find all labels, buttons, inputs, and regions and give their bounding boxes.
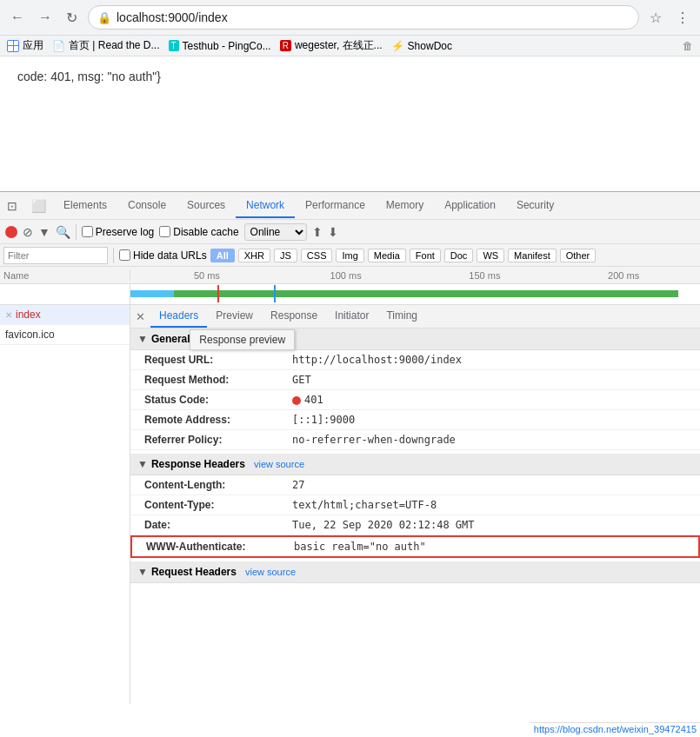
disable-cache-label: Disable cache [173,226,238,238]
inspect-element-button[interactable]: ⊡ [0,196,24,216]
request-url-val: http://localhost:9000/index [292,354,462,366]
content-length-key: Content-Length: [144,479,292,491]
content-length-val: 27 [292,479,304,491]
bookmark-showdoc-label: ShowDoc [408,40,452,52]
detail-tab-headers[interactable]: Headers [150,305,207,328]
filter-icon: ▼ [38,225,50,239]
remote-address-row: Remote Address: [::1]:9000 [130,410,700,430]
tab-performance[interactable]: Performance [295,194,376,218]
waterfall-bar-blue-short [130,290,174,297]
file-item-favicon[interactable]: favicon.ico [0,325,130,345]
disable-cache-input[interactable] [159,226,170,237]
tab-sources[interactable]: Sources [177,194,236,218]
file-item-index[interactable]: ✕ index [0,305,130,325]
filter-input[interactable] [3,247,108,264]
date-key: Date: [144,519,292,531]
detail-tab-preview[interactable]: Preview [207,305,262,328]
timeline-mark-50ms: 50 ms [137,270,277,281]
tab-security[interactable]: Security [506,194,564,218]
bookmark-apps-label: 应用 [23,38,43,53]
search-icon[interactable]: 🔍 [56,225,70,239]
bookmark-wegester[interactable]: R wegester, 在线正... [280,38,383,53]
request-headers-section-title: Request Headers [151,566,237,578]
browser-toolbar: ← → ↻ 🔒 localhost:9000/index ☆ ⋮ [0,0,700,36]
menu-button[interactable]: ⋮ [672,8,693,28]
filter-xhr-button[interactable]: XHR [238,249,270,262]
bookmark-testhub-icon: T [169,40,179,51]
www-authenticate-row: WWW-Authenticate: basic realm="no auth" [130,535,700,558]
name-column-header: Name [0,270,130,281]
request-url-key: Request URL: [144,354,292,366]
filter-css-button[interactable]: CSS [301,249,333,262]
forward-button[interactable]: → [35,8,56,27]
preserve-log-label: Preserve log [96,226,154,238]
filter-doc-button[interactable]: Doc [444,249,474,262]
detail-tab-response[interactable]: Response [262,305,326,328]
device-toolbar-button[interactable]: ⬜ [24,196,53,216]
preserve-log-checkbox[interactable]: Preserve log [82,226,154,238]
hide-data-urls-checkbox[interactable]: Hide data URLs [119,249,207,262]
disable-cache-checkbox[interactable]: Disable cache [159,226,238,238]
timeline-chart [130,284,700,304]
record-button[interactable] [5,226,17,238]
filter-ws-button[interactable]: WS [477,249,504,262]
clear-button[interactable]: ⊘ [23,225,33,239]
response-headers-arrow-icon: ▼ [137,458,148,470]
filter-img-button[interactable]: Img [336,249,363,262]
bookmark-apps[interactable]: 应用 [7,38,43,53]
lock-icon: 🔒 [97,11,111,24]
detail-tabs-bar: ✕ Headers Preview Response preview Respo… [130,305,700,329]
timeline-mark-150ms: 150 ms [416,270,555,281]
filter-other-button[interactable]: Other [560,249,597,262]
hide-data-urls-input[interactable] [119,249,130,261]
content-type-row: Content-Type: text/html;charset=UTF-8 [130,495,700,515]
response-headers-view-source-link[interactable]: view source [254,459,304,469]
devtools-main-area: ✕ index favicon.ico ✕ Headers Preview Re… [0,305,700,704]
bookmark-testhub-label: Testhub - PingCo... [183,40,271,52]
tab-application[interactable]: Application [434,194,506,218]
tab-network[interactable]: Network [236,194,295,218]
bookmark-star-button[interactable]: ☆ [646,8,665,28]
address-bar[interactable]: 🔒 localhost:9000/index [88,5,639,30]
devtools-controls-bar: ⊘ ▼ 🔍 Preserve log Disable cache Online … [0,220,700,244]
detail-tab-timing[interactable]: Timing [377,305,426,328]
back-button[interactable]: ← [7,8,28,27]
reload-button[interactable]: ↻ [63,8,81,28]
file-name-index: index [16,309,41,321]
www-authenticate-key: WWW-Authenticate: [146,541,294,553]
trash-icon: 🗑 [683,40,693,52]
filter-all-button[interactable]: All [210,249,235,262]
export-har-button[interactable]: ⬇ [328,225,338,239]
filter-media-button[interactable]: Media [368,249,406,262]
filter-manifest-button[interactable]: Manifest [508,249,557,262]
throttle-select[interactable]: Online Fast 3G Slow 3G [244,223,307,241]
close-file-icon[interactable]: ✕ [5,310,12,320]
tab-memory[interactable]: Memory [376,194,434,218]
close-detail-button[interactable]: ✕ [136,310,145,323]
filter-js-button[interactable]: JS [274,249,297,262]
request-headers-view-source-link[interactable]: view source [245,567,296,577]
tab-elements[interactable]: Elements [53,194,117,218]
request-headers-section-header[interactable]: ▼ Request Headers view source [130,561,700,583]
remote-address-key: Remote Address: [144,414,292,426]
bookmark-home[interactable]: 📄 首页 | Read the D... [52,38,160,53]
url-text: localhost:9000/index [117,10,228,24]
status-code-val: 401 [292,394,323,406]
bookmark-showdoc[interactable]: ⚡ ShowDoc [391,40,452,52]
import-har-button[interactable]: ⬆ [312,225,323,239]
filter-font-button[interactable]: Font [410,249,441,262]
bookmark-wegester-label: wegester, 在线正... [295,38,383,53]
response-headers-section-header[interactable]: ▼ Response Headers view source [130,454,700,475]
tab-console[interactable]: Console [117,194,177,218]
detail-tab-initiator[interactable]: Initiator [326,305,377,328]
preview-tooltip: Response preview [190,329,295,350]
general-arrow-icon: ▼ [137,333,148,345]
referrer-policy-val: no-referrer-when-downgrade [292,434,456,446]
bookmark-testhub[interactable]: T Testhub - PingCo... [169,40,271,52]
status-dot-icon [292,396,301,405]
timeline-marks: 50 ms 100 ms 150 ms 200 ms [130,270,700,281]
preserve-log-input[interactable] [82,226,93,237]
response-headers-section-title: Response Headers [151,458,245,470]
waterfall-bars [130,288,700,300]
bottom-hint-url: https://blog.csdn.net/weixin_39472415 [530,722,700,735]
